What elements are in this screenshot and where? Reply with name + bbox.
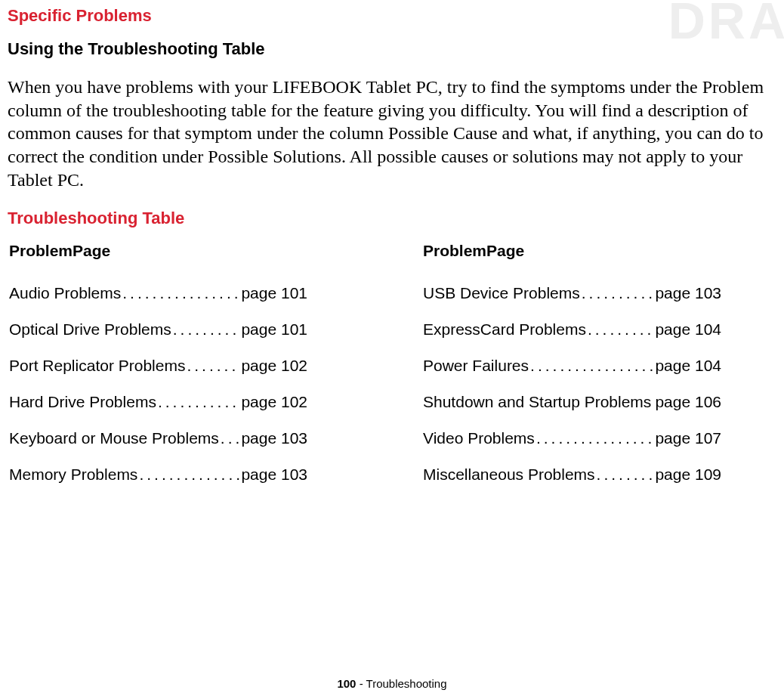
column-header-right: ProblemPage xyxy=(423,242,776,260)
toc-label: Optical Drive Problems xyxy=(9,320,171,339)
footer-page-number: 100 xyxy=(337,677,356,690)
toc-label: Keyboard or Mouse Problems xyxy=(9,429,219,447)
toc-dots xyxy=(580,284,654,302)
toc-column-left: ProblemPage Audio Problems page 101 Opti… xyxy=(8,242,423,502)
intro-paragraph: When you have problems with your LIFEBOO… xyxy=(8,76,776,192)
toc-label: Miscellaneous Problems xyxy=(423,466,595,484)
toc-page: page 107 xyxy=(653,429,721,447)
toc-page: page 103 xyxy=(239,429,307,447)
toc-page: page 103 xyxy=(239,466,307,484)
toc-entry: Keyboard or Mouse Problems page 103 xyxy=(9,429,307,447)
toc-label: Port Replicator Problems xyxy=(9,357,185,375)
sub-heading-using-table: Using the Troubleshooting Table xyxy=(8,39,776,59)
toc-entry: ExpressCard Problems page 104 xyxy=(423,320,721,339)
toc-dots xyxy=(121,284,239,302)
table-heading-troubleshooting: Troubleshooting Table xyxy=(8,209,776,228)
toc-page: page 101 xyxy=(239,284,307,302)
toc-page: page 109 xyxy=(653,466,721,484)
toc-dots xyxy=(156,393,240,411)
toc-dots xyxy=(595,466,654,484)
toc-dots xyxy=(586,320,654,339)
toc-entry: Hard Drive Problems page 102 xyxy=(9,393,307,411)
toc-entry: Power Failures page 104 xyxy=(423,357,721,375)
toc-entry: Memory Problems page 103 xyxy=(9,466,307,484)
toc-dots xyxy=(137,466,239,484)
toc-page: page 104 xyxy=(653,320,721,339)
toc-dots xyxy=(529,357,653,375)
toc-entry: Optical Drive Problems page 101 xyxy=(9,320,307,339)
toc-dots xyxy=(185,357,239,375)
toc-label: USB Device Problems xyxy=(423,284,580,302)
page-footer: 100 - Troubleshooting xyxy=(0,677,784,690)
toc-column-right: ProblemPage USB Device Problems page 103… xyxy=(423,242,776,502)
toc-dots xyxy=(171,320,240,339)
toc-entry: Video Problems page 107 xyxy=(423,429,721,447)
toc-columns: ProblemPage Audio Problems page 101 Opti… xyxy=(8,242,776,502)
toc-entry: Audio Problems page 101 xyxy=(9,284,307,302)
toc-page: page 104 xyxy=(653,357,721,375)
toc-entry: Shutdown and Startup Problems page 106 xyxy=(423,393,721,411)
toc-label: Shutdown and Startup Problems xyxy=(423,393,651,411)
footer-sep: - xyxy=(356,677,366,690)
toc-label: Hard Drive Problems xyxy=(9,393,156,411)
toc-page: page 103 xyxy=(653,284,721,302)
toc-label: ExpressCard Problems xyxy=(423,320,586,339)
section-heading-specific-problems: Specific Problems xyxy=(8,6,776,26)
toc-label: Power Failures xyxy=(423,357,529,375)
toc-entry: Port Replicator Problems page 102 xyxy=(9,357,307,375)
toc-label: Video Problems xyxy=(423,429,535,447)
toc-page: page 102 xyxy=(239,393,307,411)
toc-page: page 102 xyxy=(239,357,307,375)
footer-section: Troubleshooting xyxy=(366,677,447,690)
toc-label: Memory Problems xyxy=(9,466,137,484)
toc-dots xyxy=(535,429,654,447)
column-header-left: ProblemPage xyxy=(9,242,423,260)
toc-entry: Miscellaneous Problems page 109 xyxy=(423,466,721,484)
toc-page: page 106 xyxy=(653,393,721,411)
toc-entry: USB Device Problems page 103 xyxy=(423,284,721,302)
toc-dots xyxy=(219,429,240,447)
toc-page: page 101 xyxy=(239,320,307,339)
toc-label: Audio Problems xyxy=(9,284,121,302)
